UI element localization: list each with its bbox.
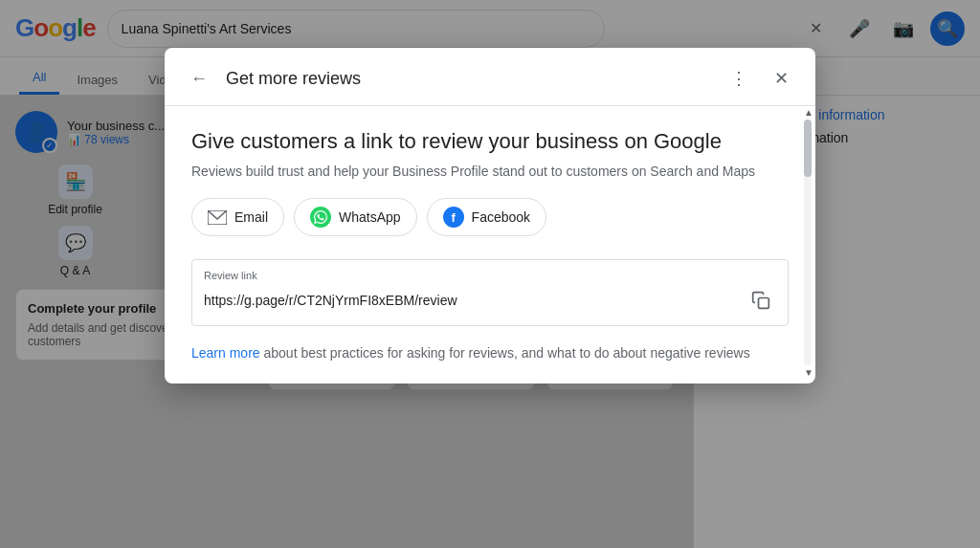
learn-more-link[interactable]: Learn more — [191, 345, 260, 361]
review-link-row: https://g.page/r/CT2NjYrmFI8xEBM/review — [204, 285, 776, 316]
modal-title: Get more reviews — [226, 69, 712, 89]
modal-overlay: ← Get more reviews ⋮ ✕ ▲ ▼ Give customer… — [0, 0, 980, 548]
whatsapp-button-label: WhatsApp — [339, 209, 401, 225]
email-button-label: Email — [234, 209, 268, 225]
review-link-label: Review link — [204, 270, 776, 281]
learn-more-rest: about best practices for asking for revi… — [260, 345, 750, 361]
svg-rect-1 — [759, 298, 769, 309]
modal-scrollbar[interactable]: ▲ ▼ — [804, 105, 812, 380]
scroll-down-arrow[interactable]: ▼ — [804, 365, 812, 380]
close-button[interactable]: ✕ — [766, 63, 796, 94]
modal-body: Give customers a link to review your bus… — [165, 106, 815, 384]
review-link-container: Review link https://g.page/r/CT2NjYrmFI8… — [191, 259, 789, 326]
learn-more-section: Learn more about best practices for aski… — [191, 345, 789, 361]
email-share-button[interactable]: Email — [191, 198, 284, 236]
scrollbar-thumb[interactable] — [804, 120, 812, 177]
whatsapp-icon — [310, 207, 331, 228]
facebook-share-button[interactable]: f Facebook — [427, 198, 546, 236]
facebook-button-label: Facebook — [472, 209, 530, 225]
modal-heading: Give customers a link to review your bus… — [191, 129, 789, 154]
modal-subtitle: Reviews build trust and help your Busine… — [191, 164, 789, 179]
facebook-icon: f — [443, 207, 464, 228]
scrollbar-track — [804, 120, 812, 365]
modal: ← Get more reviews ⋮ ✕ ▲ ▼ Give customer… — [165, 48, 815, 384]
copy-button[interactable] — [746, 285, 776, 316]
whatsapp-share-button[interactable]: WhatsApp — [294, 198, 417, 236]
share-buttons: Email WhatsApp f Facebook — [191, 198, 789, 236]
scroll-up-arrow[interactable]: ▲ — [804, 105, 812, 120]
more-button[interactable]: ⋮ — [724, 63, 754, 94]
email-icon — [208, 208, 227, 227]
review-link-url: https://g.page/r/CT2NjYrmFI8xEBM/review — [204, 293, 738, 308]
modal-header: ← Get more reviews ⋮ ✕ — [165, 48, 815, 106]
back-button[interactable]: ← — [184, 63, 214, 94]
